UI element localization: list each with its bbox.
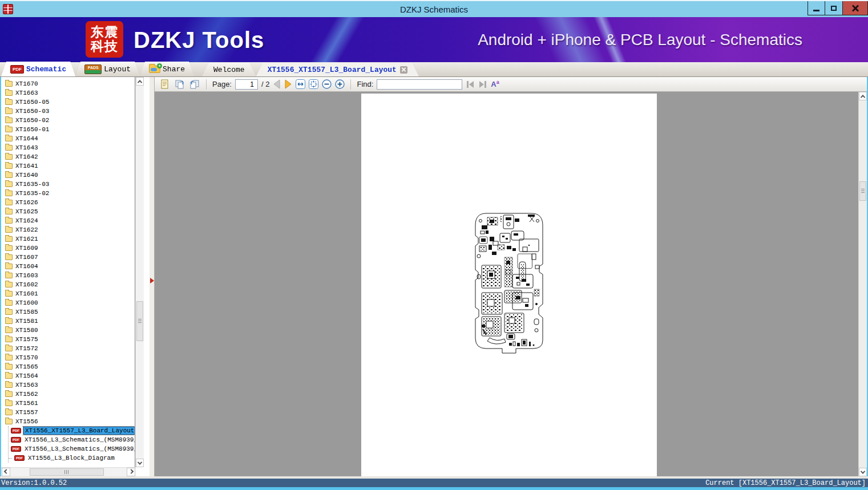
tree-folder-row[interactable]: XT1621 — [1, 234, 135, 244]
zoom-out-button[interactable] — [322, 79, 332, 89]
tree-folder-row[interactable]: XT1604 — [1, 262, 135, 271]
scrollbar-thumb[interactable] — [30, 468, 104, 476]
close-button[interactable] — [843, 1, 868, 15]
tree-folder-row[interactable]: XT1556 — [1, 417, 135, 426]
tree-file-row[interactable]: PDF XT1556_L3_Block_Diagram — [9, 453, 135, 463]
folder-icon — [5, 172, 13, 178]
fit-width-button[interactable] — [296, 79, 305, 89]
scrollbar-thumb[interactable] — [136, 301, 143, 341]
sidebar-vertical-scrollbar[interactable] — [135, 77, 144, 467]
tree-file-row[interactable]: PDF XT1556_XT1557_L3_Board_Layout — [9, 426, 135, 435]
tab-share[interactable]: + Share — [140, 62, 194, 76]
match-case-icon[interactable]: Aa — [491, 79, 499, 88]
previous-page-button[interactable] — [273, 79, 281, 89]
tree-folder-row[interactable]: XT1624 — [1, 216, 135, 225]
find-input[interactable] — [377, 79, 462, 90]
fit-page-button[interactable] — [309, 79, 318, 89]
tree-folder-row[interactable]: XT1641 — [1, 161, 135, 171]
tab-bar: PDF Schematic PADS Layout + Share Welcom… — [0, 62, 868, 77]
scroll-up-button[interactable] — [136, 77, 144, 86]
panel-splitter[interactable] — [150, 77, 155, 476]
tab-close-icon[interactable] — [400, 66, 407, 74]
folder-icon — [5, 355, 13, 361]
tree-folder-row[interactable]: XT1580 — [1, 326, 135, 335]
tree-folder-row[interactable]: XT1643 — [1, 143, 135, 152]
tree-folder-row[interactable]: XT1663 — [1, 88, 135, 98]
tree-folder-row[interactable]: XT1626 — [1, 198, 135, 207]
next-page-button[interactable] — [284, 79, 292, 89]
tree-folder-row[interactable]: XT1650-02 — [1, 116, 135, 125]
tree-folder-row[interactable]: XT1640 — [1, 171, 135, 180]
tree-folder-row[interactable]: XT1565 — [1, 362, 135, 371]
doc-tab-board-layout[interactable]: XT1556_XT1557_L3_Board_Layout — [256, 63, 419, 76]
tree-folder-row[interactable]: XT1561 — [1, 399, 135, 408]
sidebar-horizontal-scrollbar[interactable] — [1, 467, 136, 476]
scroll-up-button[interactable] — [859, 92, 867, 100]
scroll-down-button[interactable] — [136, 459, 144, 467]
tree-folder-row[interactable]: XT1570 — [1, 353, 135, 362]
tree-file-row[interactable]: PDF XT1556_L3_Schematics_(MSM8939_U10 — [9, 444, 135, 453]
tree-folder-row[interactable]: XT1602 — [1, 280, 135, 289]
tree-folder-row[interactable]: XT1650-05 — [1, 98, 135, 107]
tab-layout[interactable]: PADS Layout — [75, 62, 140, 76]
tree-folder-row[interactable]: XT1562 — [1, 390, 135, 399]
rotate-clockwise-icon[interactable] — [174, 79, 185, 90]
folder-icon — [5, 191, 13, 196]
tree-folder-row[interactable]: XT1609 — [1, 244, 135, 253]
page-number-input[interactable] — [235, 79, 258, 90]
scroll-left-button[interactable] — [2, 468, 10, 476]
maximize-button[interactable] — [825, 1, 843, 15]
folder-icon — [5, 291, 13, 297]
tree-folder-row[interactable]: XT1650-03 — [1, 107, 135, 116]
find-previous-button[interactable] — [466, 80, 475, 88]
tree-folder-row[interactable]: XT1622 — [1, 225, 135, 234]
rotate-counterclockwise-icon[interactable] — [189, 79, 200, 90]
tree-folder-row[interactable]: XT1644 — [1, 134, 135, 143]
tree-folder-row[interactable]: XT1607 — [1, 253, 135, 262]
tree-folder-row[interactable]: XT1601 — [1, 289, 135, 298]
viewer-vertical-scrollbar[interactable] — [858, 92, 867, 476]
tree-folder-row[interactable]: XT1585 — [1, 307, 135, 317]
main-body: XT1670 XT1663 XT1650-05 — [0, 77, 868, 476]
tree-folder-row[interactable]: XT1603 — [1, 271, 135, 280]
tree-folder-row[interactable]: XT1557 — [1, 408, 135, 417]
snapshot-icon[interactable] — [159, 79, 171, 90]
tree-folder-row[interactable]: XT1650-01 — [1, 125, 135, 134]
tree-folder-row[interactable]: XT1581 — [1, 317, 135, 326]
folder-icon — [5, 300, 13, 306]
pcb-board-drawing — [475, 213, 543, 354]
find-next-button[interactable] — [478, 80, 487, 88]
folder-label: XT1670 — [15, 80, 38, 87]
scroll-right-button[interactable] — [127, 468, 135, 476]
model-tree: XT1670 XT1663 XT1650-05 — [1, 77, 135, 467]
share-folder-icon: + — [149, 66, 160, 73]
tree-folder-row[interactable]: XT1564 — [1, 371, 135, 380]
scroll-down-button[interactable] — [859, 468, 867, 476]
tree-folder-row[interactable]: XT1563 — [1, 380, 135, 390]
scrollbar-thumb[interactable] — [859, 181, 866, 201]
tree-folder-row[interactable]: XT1625 — [1, 207, 135, 216]
folder-icon — [5, 99, 13, 105]
folder-label: XT1602 — [15, 281, 38, 288]
file-list: PDF XT1556_XT1557_L3_Board_Layout PDF XT… — [8, 426, 135, 463]
tree-folder-row[interactable]: XT1635-02 — [1, 189, 135, 198]
splitter-collapse-arrow-icon[interactable] — [150, 278, 154, 284]
tree-folder-row[interactable]: XT1642 — [1, 152, 135, 161]
chevron-down-icon — [138, 460, 142, 464]
tree-file-row[interactable]: PDF XT1556_L3_Schematics_(MSM8939_U10 — [9, 435, 135, 444]
zoom-in-button[interactable] — [335, 79, 345, 89]
tab-schematic[interactable]: PDF Schematic — [1, 62, 75, 76]
note-page-icon — [160, 79, 169, 90]
tree-folder-row[interactable]: XT1575 — [1, 335, 135, 344]
folder-icon — [5, 327, 13, 333]
folder-label: XT1644 — [15, 135, 38, 142]
folder-label: XT1635-02 — [15, 190, 49, 197]
tree-folder-row[interactable]: XT1600 — [1, 298, 135, 307]
tree-folder-row[interactable]: XT1670 — [1, 79, 135, 88]
find-label: Find: — [357, 80, 373, 88]
minimize-button[interactable] — [808, 1, 825, 15]
folder-icon — [5, 282, 13, 287]
tree-folder-row[interactable]: XT1635-03 — [1, 180, 135, 189]
doc-tab-welcome[interactable]: Welcome — [202, 63, 256, 76]
tree-folder-row[interactable]: XT1572 — [1, 344, 135, 353]
